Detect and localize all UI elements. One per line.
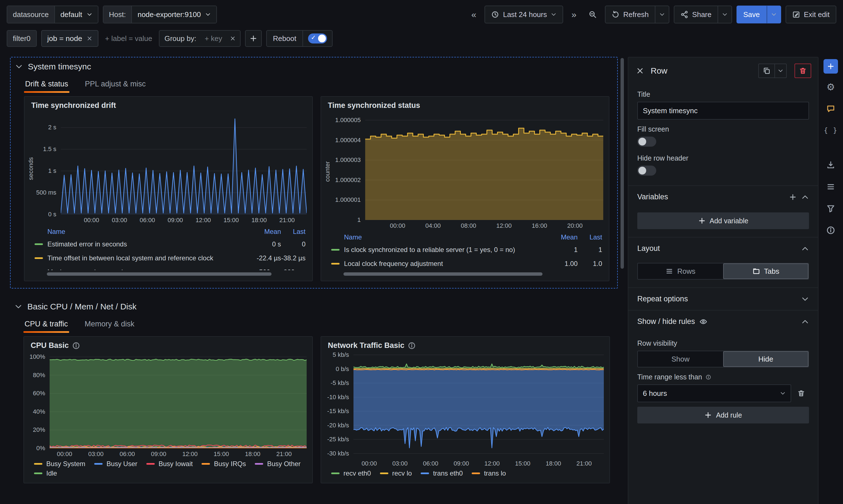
datasource-select[interactable]: default (55, 6, 98, 23)
save-options-button[interactable] (767, 5, 781, 23)
legend-item[interactable]: Busy IRQs (201, 460, 246, 468)
panel-header[interactable]: Time synchronized status (321, 97, 609, 111)
time-shift-forward-button[interactable]: » (568, 7, 580, 22)
add-panel-button[interactable] (824, 59, 838, 74)
row-header[interactable]: System timesync (14, 61, 609, 72)
add-rule-button[interactable]: Add rule (637, 407, 809, 424)
panel-header[interactable]: Network Traffic Basic (321, 337, 609, 351)
share-button[interactable]: Share (674, 5, 718, 23)
fill-screen-toggle[interactable] (637, 137, 656, 147)
json-model-button[interactable]: { } (822, 122, 839, 139)
visibility-show-option[interactable]: Show (638, 351, 723, 367)
scrollbar-thumb[interactable] (47, 272, 271, 276)
add-variable-button[interactable]: Add variable (637, 212, 809, 229)
legend-item[interactable]: Idle (34, 469, 57, 477)
outline-button[interactable] (822, 178, 839, 195)
legend-row[interactable]: Estimated error in seconds0 s0 (35, 237, 306, 251)
legend-item[interactable]: Busy System (34, 460, 85, 468)
export-button[interactable] (822, 157, 839, 174)
chevron-down-icon[interactable] (15, 63, 23, 71)
row-system-timesync[interactable]: System timesync Drift & status PPL adjus… (10, 57, 618, 289)
close-options-button[interactable] (634, 66, 646, 76)
save-button[interactable]: Save (736, 5, 766, 23)
group-by-placeholder[interactable]: + key (201, 34, 226, 43)
legend-column-header[interactable]: Mean (535, 233, 578, 241)
panel-header[interactable]: CPU Basic (24, 337, 312, 351)
legend-h-scrollbar[interactable] (47, 272, 302, 276)
legend-column-header[interactable]: Name (331, 233, 535, 241)
plot-area[interactable] (61, 113, 307, 214)
canvas-scrollbar[interactable] (621, 58, 624, 269)
tab-memory-disk[interactable]: Memory & disk (84, 315, 136, 334)
legend-row[interactable]: Maximum error in seconds500 ms800 ms (35, 265, 306, 270)
chevron-up-icon[interactable] (801, 193, 809, 201)
info-icon[interactable] (408, 342, 416, 349)
zoom-out-button[interactable] (585, 8, 600, 21)
info-icon[interactable] (705, 374, 711, 380)
visibility-hide-option[interactable]: Hide (723, 351, 808, 367)
plot-area[interactable] (50, 353, 307, 448)
layout-section-header[interactable]: Layout (628, 237, 818, 259)
add-filter-placeholder[interactable]: + label = value (103, 34, 155, 43)
time-range-rule-select[interactable]: 6 hours (637, 384, 791, 402)
clear-group-by-button[interactable] (226, 33, 240, 43)
reboot-button[interactable]: Reboot (266, 30, 303, 47)
legend-column-header[interactable]: Mean (239, 228, 281, 236)
info-icon[interactable] (72, 342, 80, 349)
tab-cpu-traffic[interactable]: CPU & traffic (23, 315, 69, 334)
delete-rule-button[interactable] (793, 387, 809, 399)
drift-chart[interactable]: 2 s1.5 s1 s500 ms0 s00:0003:0006:0009:00… (35, 113, 307, 224)
filter-chip-job-node[interactable]: job = node (41, 30, 98, 47)
show-hide-rules-header[interactable]: Show / hide rules (628, 310, 818, 332)
plot-area[interactable] (365, 113, 603, 220)
legend-item[interactable]: Busy Iowait (146, 460, 193, 468)
host-select[interactable]: node-exporter:9100 (132, 6, 216, 23)
legend-item[interactable]: recv lo (380, 469, 412, 477)
scrollbar-thumb[interactable] (343, 272, 542, 276)
remove-filter-icon[interactable] (87, 36, 92, 41)
copy-button[interactable] (758, 64, 775, 78)
time-shift-back-button[interactable]: « (467, 7, 480, 22)
legend-column-header[interactable]: Last (578, 233, 602, 241)
row-header[interactable]: Basic CPU / Mem / Net / Disk (13, 301, 610, 312)
share-options-button[interactable] (718, 5, 732, 23)
layout-tabs-option[interactable]: Tabs (723, 264, 808, 279)
time-range-picker[interactable]: Last 24 hours (484, 5, 563, 23)
refresh-interval-button[interactable] (656, 5, 669, 23)
legend-h-scrollbar[interactable] (343, 272, 599, 276)
tab-drift-status[interactable]: Drift & status (24, 75, 69, 94)
delete-row-button[interactable] (794, 64, 811, 78)
legend-row[interactable]: Time offset in between local system and … (35, 251, 306, 265)
dashboard-settings-button[interactable]: ⚙ (822, 78, 839, 95)
cpu-chart[interactable]: 100%80%60%40%20%0%00:0003:0006:0009:0012… (26, 353, 307, 458)
legend-row[interactable]: Local clock frequency adjustment1.001.0 (331, 257, 602, 270)
exit-edit-button[interactable]: Exit edit (786, 5, 837, 23)
legend-row[interactable]: Is clock synchronized to a reliable serv… (331, 243, 602, 257)
plot-area[interactable] (354, 353, 604, 458)
network-chart[interactable]: 5 kb/s0 b/s-5 kb/s-10 kb/s-15 kb/s-20 kb… (323, 353, 604, 468)
hide-row-header-toggle[interactable] (637, 166, 656, 176)
legend-item[interactable]: Busy User (94, 460, 138, 468)
panel-header[interactable]: Time synchronized drift (24, 97, 312, 111)
chevron-down-icon[interactable] (15, 303, 22, 310)
legend-item[interactable]: Busy Other (255, 460, 301, 468)
chevron-up-icon[interactable] (801, 245, 809, 253)
chevron-down-icon[interactable] (801, 295, 809, 303)
tab-ppl-adjust-misc[interactable]: PPL adjust & misc (84, 75, 147, 94)
status-chart[interactable]: 1.0000051.0000041.0000031.0000021.000001… (332, 113, 603, 230)
layout-rows-option[interactable]: Rows (638, 264, 723, 279)
filters-button[interactable] (822, 200, 839, 217)
repeat-options-header[interactable]: Repeat options (628, 287, 818, 310)
variables-section-header[interactable]: Variables (628, 185, 818, 208)
row-title-input[interactable] (637, 102, 809, 120)
info-button[interactable] (822, 222, 839, 239)
refresh-button[interactable]: Refresh (605, 5, 656, 23)
copy-options-button[interactable] (775, 64, 787, 78)
legend-item[interactable]: trans lo (472, 469, 506, 477)
legend-column-header[interactable]: Name (35, 228, 239, 236)
add-group-by-button[interactable] (245, 30, 262, 47)
comments-button[interactable] (822, 100, 839, 117)
legend-item[interactable]: recv eth0 (331, 469, 371, 477)
legend-item[interactable]: trans eth0 (421, 469, 463, 477)
reboot-toggle[interactable] (308, 33, 327, 43)
